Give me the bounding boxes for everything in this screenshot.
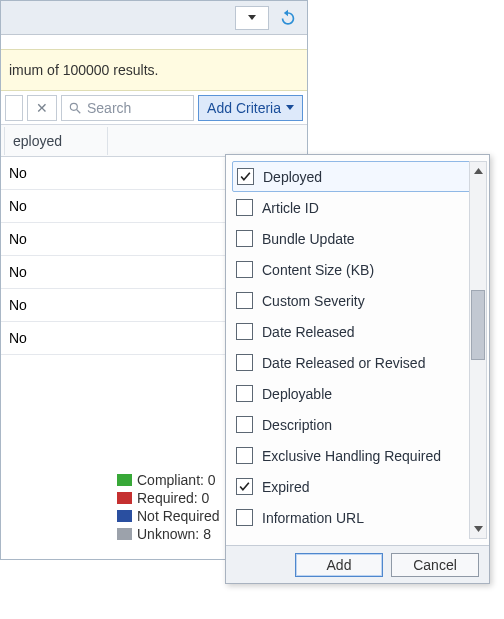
criteria-item[interactable]: Deployed [232,161,485,192]
view-dropdown-button[interactable] [235,6,269,30]
criteria-label: Date Released or Revised [262,355,425,371]
checkbox[interactable] [236,478,253,495]
svg-line-1 [77,109,81,113]
checkbox[interactable] [237,168,254,185]
checkbox[interactable] [236,323,253,340]
info-text: imum of 100000 results. [9,62,158,78]
checkbox[interactable] [236,385,253,402]
legend-item: Unknown: 8 [117,525,220,543]
checkbox[interactable] [236,354,253,371]
cell-deployed: No [1,264,108,280]
legend-label: Compliant: 0 [137,472,216,488]
filter-row: ✕ Search Add Criteria [1,91,307,125]
criteria-item[interactable]: Date Released or Revised [232,347,485,378]
criteria-label: Deployed [263,169,322,185]
criteria-item[interactable]: Content Size (KB) [232,254,485,285]
cancel-button[interactable]: Cancel [391,553,479,577]
column-header-label: eployed [13,133,62,149]
legend-swatch [117,510,132,522]
cell-deployed: No [1,198,108,214]
refresh-icon [278,8,298,28]
check-icon [239,170,252,183]
legend-swatch [117,528,132,540]
add-button[interactable]: Add [295,553,383,577]
checkbox[interactable] [236,261,253,278]
filter-grip [5,95,23,121]
checkbox[interactable] [236,416,253,433]
legend-swatch [117,492,132,504]
svg-point-0 [70,103,77,110]
search-icon [68,101,82,115]
criteria-dropdown-panel: DeployedArticle IDBundle UpdateContent S… [225,154,490,584]
clear-filter-button[interactable]: ✕ [27,95,57,121]
legend-label: Required: 0 [137,490,209,506]
grid-header: eployed [1,125,307,157]
legend-swatch [117,474,132,486]
criteria-label: Custom Severity [262,293,365,309]
refresh-button[interactable] [275,5,301,31]
scroll-thumb[interactable] [471,290,485,360]
criteria-label: Content Size (KB) [262,262,374,278]
criteria-item[interactable]: Date Released [232,316,485,347]
close-icon: ✕ [36,100,48,116]
checkbox[interactable] [236,199,253,216]
top-toolbar [1,1,307,35]
criteria-item[interactable]: Deployable [232,378,485,409]
legend-label: Unknown: 8 [137,526,211,542]
info-bar: imum of 100000 results. [1,49,307,91]
legend-item: Not Required [117,507,220,525]
cell-deployed: No [1,330,108,346]
criteria-item[interactable]: Exclusive Handling Required [232,440,485,471]
add-criteria-label: Add Criteria [207,100,281,116]
criteria-list: DeployedArticle IDBundle UpdateContent S… [226,155,489,545]
criteria-label: Article ID [262,200,319,216]
legend-item: Required: 0 [117,489,220,507]
scroll-track[interactable] [470,180,486,520]
search-input[interactable]: Search [61,95,194,121]
criteria-label: Exclusive Handling Required [262,448,441,464]
column-header-deployed[interactable]: eployed [4,127,108,155]
criteria-item[interactable]: Custom Severity [232,285,485,316]
criteria-item[interactable]: Article ID [232,192,485,223]
chevron-down-icon [286,105,294,110]
criteria-item[interactable]: Description [232,409,485,440]
search-placeholder: Search [87,100,131,116]
criteria-label: Bundle Update [262,231,355,247]
add-criteria-button[interactable]: Add Criteria [198,95,303,121]
checkbox[interactable] [236,292,253,309]
legend-label: Not Required [137,508,220,524]
criteria-label: Deployable [262,386,332,402]
checkbox[interactable] [236,230,253,247]
cancel-button-label: Cancel [413,557,457,573]
status-legend: Compliant: 0Required: 0Not RequiredUnkno… [117,471,220,543]
criteria-item[interactable]: Information URL [232,502,485,533]
criteria-item[interactable]: Bundle Update [232,223,485,254]
chevron-down-icon [248,15,256,20]
criteria-label: Date Released [262,324,355,340]
scroll-up-button[interactable] [470,162,486,180]
check-icon [238,480,251,493]
legend-item: Compliant: 0 [117,471,220,489]
cell-deployed: No [1,165,108,181]
scrollbar[interactable] [469,161,487,539]
add-button-label: Add [327,557,352,573]
criteria-button-row: Add Cancel [226,545,489,583]
criteria-label: Expired [262,479,309,495]
column-header-blank[interactable] [108,135,307,147]
criteria-item[interactable]: Expired [232,471,485,502]
cell-deployed: No [1,297,108,313]
checkbox[interactable] [236,509,253,526]
criteria-label: Description [262,417,332,433]
checkbox[interactable] [236,447,253,464]
criteria-label: Information URL [262,510,364,526]
scroll-down-button[interactable] [470,520,486,538]
cell-deployed: No [1,231,108,247]
